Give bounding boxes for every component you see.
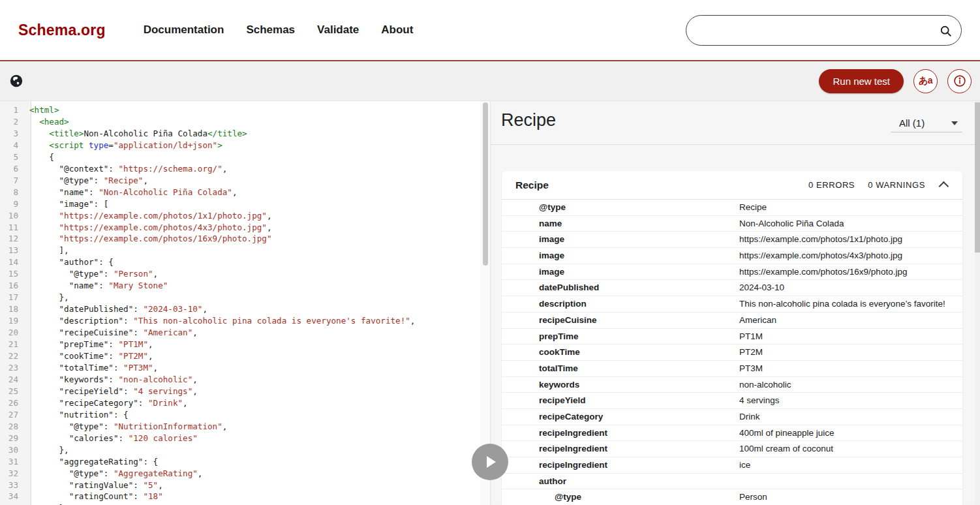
code-line: 33 "ratingValue": "5", xyxy=(0,480,480,491)
property-name: description xyxy=(539,296,587,313)
app-header: Schema.org Documentation Schemas Validat… xyxy=(0,0,980,61)
line-number: 15 xyxy=(0,268,25,280)
line-number: 10 xyxy=(0,210,25,222)
line-number: 13 xyxy=(0,245,25,256)
property-row: nameNon-Alcoholic Piña Colada xyxy=(502,216,962,232)
code-line: 1<html> xyxy=(0,104,480,116)
line-number: 2 xyxy=(0,116,25,128)
line-number: 20 xyxy=(0,327,25,339)
property-value: PT3M xyxy=(739,361,763,377)
toolbar-actions: Run new test あa xyxy=(819,69,972,93)
code-line: 3 <title>Non-Alcoholic Piña Colada</titl… xyxy=(0,128,480,140)
line-number: 33 xyxy=(0,480,25,491)
code-line: 10 "https://example.com/photos/1x1/photo… xyxy=(0,210,480,222)
property-value: non-alcoholic xyxy=(739,377,791,393)
search-box xyxy=(686,15,962,46)
property-value: Non-Alcoholic Piña Colada xyxy=(739,216,844,232)
code-line: 30 }, xyxy=(0,444,480,456)
line-number: 25 xyxy=(0,386,25,397)
line-number: 26 xyxy=(0,397,25,409)
nav-schemas[interactable]: Schemas xyxy=(246,23,295,37)
line-number: 35 xyxy=(0,502,25,505)
detected-type-heading: Recipe xyxy=(501,110,556,130)
code-line: 11 "https://example.com/photos/4x3/photo… xyxy=(0,222,480,234)
line-number: 5 xyxy=(0,151,25,163)
property-value: 2024-03-10 xyxy=(739,280,784,296)
property-name: recipeCuisine xyxy=(539,313,597,329)
page-scrollbar-thumb[interactable] xyxy=(975,102,980,252)
search-icon[interactable] xyxy=(939,24,953,38)
code-line: 28 "@type": "NutritionInformation", xyxy=(0,421,480,433)
code-line: 24 "keywords": "non-alcoholic", xyxy=(0,374,480,386)
property-name: totalTime xyxy=(539,361,578,377)
run-play-button[interactable] xyxy=(472,444,508,480)
property-row: recipeIngredient400ml of pineapple juice xyxy=(502,425,962,442)
code-line: 21 "prepTime": "PT1M", xyxy=(0,339,480,350)
results-panel: Recipe All (1) Recipe 0 ERRORS 0 WARNING… xyxy=(490,101,975,505)
nav-about[interactable]: About xyxy=(381,23,413,37)
property-name: recipeIngredient xyxy=(539,425,607,442)
results-header: Recipe All (1) xyxy=(490,101,975,145)
code-line: 14 "author": { xyxy=(0,256,480,268)
run-new-test-button[interactable]: Run new test xyxy=(819,69,904,93)
code-line: 9 "image": [ xyxy=(0,198,480,210)
property-name: prepTime xyxy=(539,329,579,345)
property-row: imagehttps://example.com/photos/4x3/phot… xyxy=(502,248,962,264)
property-name: image xyxy=(539,232,564,248)
test-toolbar: Run new test あa xyxy=(0,61,980,101)
editor-scrollbar-thumb[interactable] xyxy=(483,102,488,266)
info-button[interactable] xyxy=(947,69,972,93)
line-number: 14 xyxy=(0,256,25,268)
globe-icon xyxy=(9,74,23,88)
property-row: recipeCuisineAmerican xyxy=(502,313,962,329)
property-value: PT2M xyxy=(739,344,763,361)
line-number: 32 xyxy=(0,468,25,480)
line-number: 22 xyxy=(0,350,25,362)
code-line: 25 "recipeYield": "4 servings", xyxy=(0,386,480,397)
line-number: 27 xyxy=(0,409,25,421)
code-line: 7 "@type": "Recipe", xyxy=(0,175,480,187)
code-lines: 1<html>2 <head>3 <title>Non-Alcoholic Pi… xyxy=(0,104,480,505)
nav-validate[interactable]: Validate xyxy=(317,23,359,37)
language-button[interactable]: あa xyxy=(913,69,938,93)
line-number: 16 xyxy=(0,280,25,292)
property-name: recipeIngredient xyxy=(539,441,607,457)
collapse-chevron-icon[interactable] xyxy=(939,181,949,192)
filter-label: All (1) xyxy=(899,117,925,129)
code-line: 23 "totalTime": "PT3M", xyxy=(0,362,480,374)
code-line: 20 "recipeCuisine": "American", xyxy=(0,327,480,339)
line-number: 23 xyxy=(0,362,25,374)
search-input[interactable] xyxy=(686,16,961,45)
line-number: 8 xyxy=(0,187,25,198)
nav-documentation[interactable]: Documentation xyxy=(144,23,224,37)
card-header[interactable]: Recipe 0 ERRORS 0 WARNINGS xyxy=(502,171,962,200)
results-filter-dropdown[interactable]: All (1) xyxy=(891,114,962,132)
card-title: Recipe xyxy=(515,179,549,191)
property-value: This non-alcoholic pina colada is everyo… xyxy=(739,296,945,313)
property-value: Recipe xyxy=(739,200,767,216)
code-line: 26 "recipeCategory": "Drink", xyxy=(0,397,480,409)
code-line: 12 "https://example.com/photos/16x9/phot… xyxy=(0,233,480,245)
property-name: author xyxy=(539,474,566,490)
property-row: cookTimePT2M xyxy=(502,344,962,361)
code-line: 13 ], xyxy=(0,245,480,256)
code-line: 18 "datePublished": "2024-03-10", xyxy=(0,303,480,315)
property-row: imagehttps://example.com/photos/16x9/pho… xyxy=(502,264,962,281)
schema-org-logo[interactable]: Schema.org xyxy=(18,22,106,39)
errors-count: 0 ERRORS xyxy=(808,180,855,190)
property-row: recipeYield4 servings xyxy=(502,393,962,409)
code-line: 4 <script type="application/ld+json"> xyxy=(0,140,480,151)
code-line: 6 "@context": "https://schema.org/", xyxy=(0,163,480,175)
code-line: 35 } xyxy=(0,502,480,505)
property-name: datePublished xyxy=(539,280,599,296)
property-name: name xyxy=(539,216,562,232)
property-row: recipeIngredient100ml cream of coconut xyxy=(502,441,962,457)
code-editor[interactable]: 1<html>2 <head>3 <title>Non-Alcoholic Pi… xyxy=(0,101,480,505)
line-number: 18 xyxy=(0,303,25,315)
recipe-result-card: Recipe 0 ERRORS 0 WARNINGS @typeRecipena… xyxy=(502,171,962,505)
line-number: 21 xyxy=(0,339,25,350)
property-name: keywords xyxy=(539,377,579,393)
main-nav: Documentation Schemas Validate About xyxy=(144,23,414,37)
code-line: 31 "aggregateRating": { xyxy=(0,456,480,468)
code-line: 17 }, xyxy=(0,292,480,303)
